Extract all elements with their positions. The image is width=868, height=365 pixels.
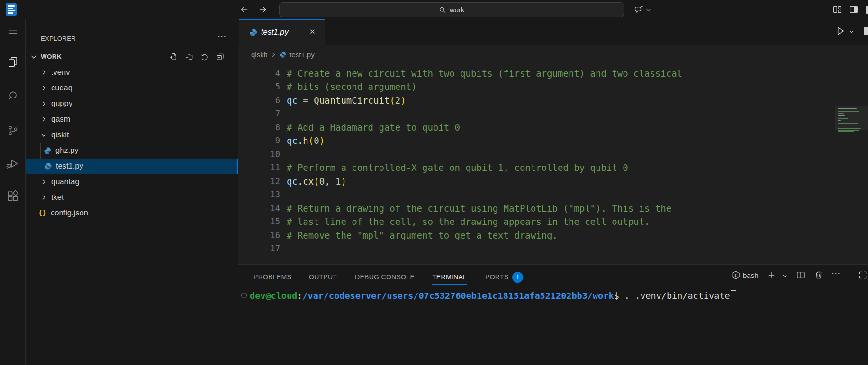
chevron-right-icon (40, 178, 47, 186)
terminal-separator: : (297, 291, 302, 301)
code-text: # Add a Hadamard gate to qubit 0 (287, 121, 460, 134)
panel-tab-output[interactable]: OUTPUT (309, 271, 337, 283)
breadcrumb-file[interactable]: test1.py (289, 51, 315, 59)
tab-test1-py[interactable]: test1.py ✕ (239, 19, 325, 45)
code-line-10: 10 (238, 148, 868, 161)
code-server-logo[interactable] (6, 3, 17, 16)
editor-tab-bar: test1.py ✕ (238, 19, 868, 45)
tree-item-tket[interactable]: tket (26, 190, 238, 205)
panel-tab-label: PORTS (485, 273, 508, 281)
code-text: qc = QuantumCircuit(2) (287, 94, 406, 107)
sidebar-item-extensions[interactable] (0, 184, 25, 208)
breadcrumb-folder[interactable]: qiskit (251, 51, 267, 59)
close-icon[interactable]: ✕ (309, 27, 316, 36)
terminal-line[interactable]: dev@cloud:/var/codeserver/users/07c53276… (238, 290, 868, 302)
tree-item-ghz-py[interactable]: ghz.py (26, 143, 238, 159)
breadcrumb: qiskit test1.py (238, 45, 868, 64)
bottom-panel: PROBLEMSOUTPUTDEBUG CONSOLETERMINALPORTS… (238, 264, 868, 365)
line-number: 16 (238, 229, 280, 242)
tree-item-label: quantag (51, 177, 80, 186)
tree-item-cudaq[interactable]: cudaq (26, 80, 238, 96)
back-arrow[interactable] (239, 5, 249, 14)
python-icon (280, 51, 287, 58)
code-editor[interactable]: 34# Create a new circuit with two qubits… (238, 64, 868, 264)
copilot-icon[interactable] (634, 4, 644, 14)
line-number: 7 (238, 107, 280, 121)
sidebar-item-source-control[interactable] (0, 118, 25, 143)
terminal-profiles-chevron-icon[interactable] (782, 273, 788, 279)
chevron-right-icon (40, 84, 47, 92)
json-icon: {} (38, 208, 46, 217)
code-line-16: 16# Remove the "mpl" argument to get a t… (238, 229, 868, 242)
code-line-5: 5# bits (second argument) (238, 80, 868, 94)
code-line-8: 8# Add a Hadamard gate to qubit 0 (238, 121, 868, 134)
explorer-sidebar: EXPLORER ⋯ WORK .venvcudaqguppyqasmqiski… (26, 19, 238, 365)
chevron-right-icon (40, 69, 47, 76)
tree-item-test1-py[interactable]: test1.py (26, 159, 238, 174)
command-center-search[interactable]: work (279, 2, 624, 17)
line-number: 17 (238, 242, 280, 256)
line-number: 4 (238, 67, 280, 80)
maximize-icon (858, 270, 868, 280)
maximize-panel-button[interactable] (858, 270, 868, 280)
panel-actions-divider (852, 270, 852, 281)
sidebar-item-run-debug[interactable] (0, 151, 25, 176)
tree-item--venv[interactable]: .venv (26, 65, 238, 80)
code-line-13: 13 (238, 188, 868, 202)
code-text: # bits (second argument) (287, 80, 417, 94)
code-line-11: 11# Perform a controlled-X gate on qubit… (238, 161, 868, 175)
tree-item-quantag[interactable]: quantag (26, 174, 238, 190)
clipped-titlebar-icon[interactable] (866, 6, 868, 14)
terminal-shell-label[interactable]: bash (743, 271, 759, 279)
code-text: # last line of the cell, so the drawing … (287, 215, 650, 229)
search-value: work (450, 6, 465, 14)
python-icon (44, 162, 52, 170)
panel-tab-problems[interactable]: PROBLEMS (253, 271, 291, 283)
editor-group: test1.py ✕ qiskit test1.py 34# Create a … (238, 19, 868, 264)
panel-tab-label: OUTPUT (309, 273, 337, 281)
tree-item-label: ghz.py (55, 146, 79, 155)
code-text: qc.cx(0, 1) (287, 175, 346, 188)
customize-layout-icon[interactable] (832, 5, 842, 14)
bash-terminal-icon[interactable]: $ (731, 270, 741, 280)
chevron-right-icon (40, 194, 47, 201)
chevron-right-icon (40, 100, 47, 107)
copilot-chevron-icon[interactable] (645, 7, 651, 13)
terminal-command: . .venv/bin/activate (619, 291, 730, 301)
sidebar-item-explorer[interactable] (0, 50, 25, 74)
run-options-chevron-icon[interactable] (849, 28, 855, 35)
panel-tab-debug-console[interactable]: DEBUG CONSOLE (355, 271, 415, 283)
code-line-15: 15# last line of the cell, so the drawin… (238, 215, 868, 229)
sidebar-item-search[interactable] (0, 84, 25, 108)
forward-arrow[interactable] (258, 5, 268, 14)
split-terminal-button[interactable] (796, 270, 805, 280)
search-icon (7, 90, 19, 102)
run-python-file-button[interactable] (835, 26, 846, 36)
toggle-secondary-sidebar-icon[interactable] (849, 5, 859, 14)
panel-tab-terminal[interactable]: TERMINAL (432, 271, 467, 283)
command-decoration-icon[interactable] (241, 293, 247, 298)
debug-icon (6, 157, 19, 170)
panel-tab-label: TERMINAL (432, 273, 467, 281)
new-terminal-button[interactable] (767, 270, 776, 280)
tab-label: test1.py (261, 27, 289, 36)
menu-button[interactable] (0, 21, 25, 45)
tree-item-label: test1.py (56, 161, 83, 170)
tree-item-qasm[interactable]: qasm (26, 112, 238, 127)
tree-item-config-json[interactable]: {}config.json (26, 205, 238, 221)
code-line-17: 17 (238, 242, 868, 256)
tree-item-guppy[interactable]: guppy (26, 96, 238, 112)
hamburger-icon (7, 28, 18, 39)
clipped-editor-action-icon[interactable] (864, 27, 868, 35)
kill-terminal-button[interactable] (814, 270, 823, 280)
more-actions-button[interactable]: ⋯ (832, 267, 841, 278)
account-button[interactable] (0, 359, 25, 365)
terminal-prompt: $ (614, 291, 619, 301)
tree-item-qiskit[interactable]: qiskit (26, 127, 238, 143)
activity-bar (0, 19, 26, 365)
terminal-text: dev@cloud:/var/codeserver/users/07c53276… (250, 290, 736, 302)
panel-tab-ports[interactable]: PORTS1 (485, 271, 523, 283)
minimap[interactable] (836, 106, 867, 182)
tree-item-label: .venv (51, 68, 70, 77)
line-number: 13 (238, 188, 280, 202)
